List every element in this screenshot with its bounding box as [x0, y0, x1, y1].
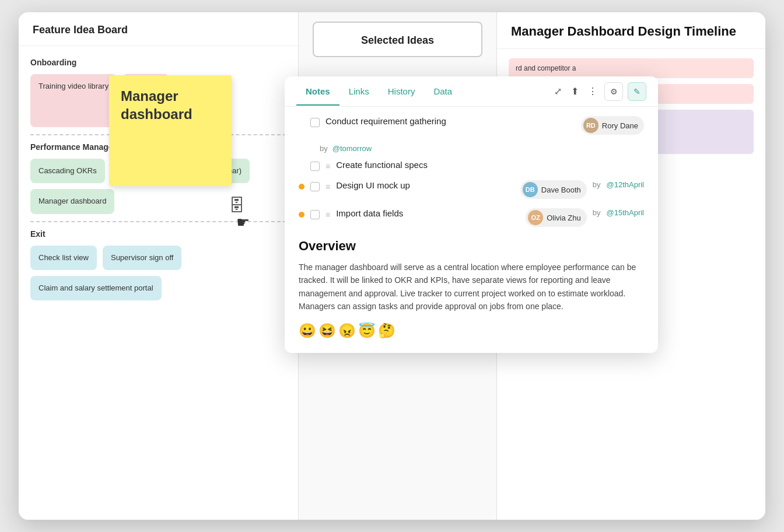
overview-title: Overview: [299, 239, 644, 254]
task-lines-icon-3: ≡: [326, 182, 330, 191]
expand-icon[interactable]: ⤢: [552, 83, 564, 99]
tab-history[interactable]: History: [379, 78, 425, 106]
task-dot-empty-2: [299, 160, 304, 166]
tab-icons: ⤢ ⬆ ⋮ ⚙ ✎: [552, 82, 646, 101]
due-4: @15thApril: [606, 208, 644, 217]
task-dot-4: [299, 212, 304, 218]
edit-button[interactable]: ✎: [628, 82, 646, 101]
by-label-4: by: [593, 208, 601, 217]
task-checkbox-1[interactable]: [310, 118, 320, 127]
tab-notes[interactable]: Notes: [296, 78, 340, 106]
overview-text: The manager dashboard will serve as a ce…: [299, 261, 644, 313]
notes-tabs: Notes Links History Data ⤢ ⬆ ⋮ ⚙ ✎: [285, 76, 658, 107]
task-text-4: Import data fields: [336, 208, 520, 218]
filter-button[interactable]: ⚙: [604, 82, 623, 101]
due-3: @12thApril: [606, 180, 644, 189]
task-text-3: Design UI mock up: [336, 180, 514, 190]
task-assignee-3[interactable]: DB Dave Booth: [520, 180, 587, 199]
timeline-item-1: rd and competitor a: [509, 58, 754, 78]
task-checkbox-2[interactable]: [310, 162, 320, 171]
card-supervisor[interactable]: Supervisor sign off: [103, 246, 181, 270]
task-checkbox-3[interactable]: [310, 182, 320, 191]
section-label-onboarding: Onboarding: [30, 58, 286, 67]
task-dot-3: [299, 184, 304, 190]
exit-cards: Check list view Supervisor sign off Clai…: [30, 246, 286, 300]
left-panel-title: Feature Idea Board: [19, 12, 298, 46]
center-panel-title: Selected Ideas: [313, 22, 482, 57]
task-lines-icon-2: ≡: [326, 162, 330, 171]
card-checklist[interactable]: Check list view: [30, 246, 97, 270]
avatar-dave: DB: [523, 182, 538, 197]
left-panel: Feature Idea Board Manager dashboard 🗄 ☛…: [19, 12, 299, 520]
card-training-video[interactable]: Training video library: [30, 74, 117, 127]
task-text-1: Conduct requirement gathering: [326, 116, 575, 126]
board-content: Manager dashboard 🗄 ☛ Onboarding Trainin…: [19, 46, 298, 520]
database-icon: 🗄: [229, 196, 245, 215]
sticky-note[interactable]: Manager dashboard: [109, 75, 232, 186]
app-container: Feature Idea Board Manager dashboard 🗄 ☛…: [19, 12, 765, 520]
avatar-rory: RD: [583, 118, 598, 133]
task-dot-empty-1: [299, 116, 304, 122]
due-1: @tomorrow: [332, 144, 372, 153]
task-checkbox-4[interactable]: [310, 210, 320, 219]
filter-icon: ⚙: [610, 87, 618, 96]
notes-body: Conduct requirement gathering RD Rory Da…: [285, 107, 658, 353]
task-subrow-1: by @tomorrow: [299, 144, 644, 153]
assignee-name-1: Rory Dane: [602, 121, 638, 130]
right-panel-title: Manager Dashboard Design Timeline: [497, 12, 765, 49]
card-claim[interactable]: Claim and salary settlement portal: [30, 276, 162, 300]
by-label-1: by: [320, 144, 328, 153]
more-icon[interactable]: ⋮: [586, 83, 600, 99]
card-manager-dashboard[interactable]: Manager dashboard: [30, 189, 114, 214]
task-text-2: Create functional specs: [336, 160, 644, 170]
emoji-row: 😀😆😠😇🤔: [299, 323, 644, 339]
task-item-3: ≡ Design UI mock up DB Dave Booth by @12…: [299, 180, 644, 199]
export-icon[interactable]: ⬆: [569, 83, 581, 99]
assignee-name-4: Olivia Zhu: [547, 214, 581, 222]
assignee-name-3: Dave Booth: [541, 186, 581, 194]
task-lines-icon-4: ≡: [326, 210, 330, 219]
by-label-3: by: [593, 180, 601, 189]
tab-data[interactable]: Data: [424, 78, 461, 106]
task-item-2: ≡ Create functional specs: [299, 160, 644, 171]
task-assignee-1[interactable]: RD Rory Dane: [581, 116, 644, 135]
tab-links[interactable]: Links: [340, 78, 379, 106]
card-okrs[interactable]: Cascading OKRs: [30, 159, 105, 183]
edit-icon: ✎: [634, 87, 640, 96]
avatar-olivia: OZ: [528, 210, 543, 225]
task-item-1: Conduct requirement gathering RD Rory Da…: [299, 116, 644, 135]
notes-panel: Notes Links History Data ⤢ ⬆ ⋮ ⚙ ✎: [285, 76, 658, 353]
task-assignee-4[interactable]: OZ Olivia Zhu: [526, 208, 587, 227]
task-item-4: ≡ Import data fields OZ Olivia Zhu by @1…: [299, 208, 644, 227]
cursor-icon: ☛: [236, 214, 250, 232]
